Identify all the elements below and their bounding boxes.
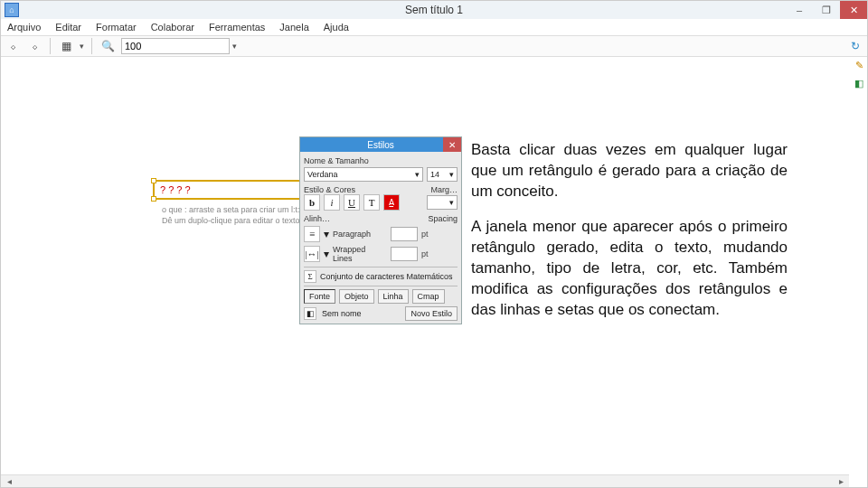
dialog-title-bar[interactable]: Estilos ✕: [300, 137, 461, 152]
italic-button[interactable]: i: [324, 194, 340, 211]
section-name-size: Nome & Tamanho: [304, 156, 458, 165]
close-button[interactable]: ✕: [840, 1, 867, 19]
menu-formatar[interactable]: Formatar: [93, 21, 139, 33]
highlight-button[interactable]: A̲: [383, 194, 400, 211]
app-window: ⌂ Sem título 1 – ❐ ✕ Arquivo Editar Form…: [0, 0, 868, 488]
tab-linha[interactable]: Linha: [378, 289, 409, 304]
window-title: Sem título 1: [1, 4, 867, 16]
toolbar: ⬦ ⬦ ▦ ▾ 🔍 ▾ ↻: [1, 35, 867, 57]
menu-bar: Arquivo Editar Formatar Colaborar Ferram…: [1, 19, 867, 35]
resize-handle[interactable]: [151, 196, 156, 202]
font-value: Verdana: [307, 170, 338, 179]
menu-arquivo[interactable]: Arquivo: [5, 21, 43, 33]
chevron-down-icon[interactable]: ▾: [232, 42, 237, 51]
concept-text: ? ? ? ?: [160, 184, 191, 195]
section-style-color: Estilo & Cores: [304, 185, 355, 194]
menu-colaborar[interactable]: Colaborar: [148, 21, 197, 33]
refresh-button[interactable]: ↻: [847, 38, 863, 54]
math-charset-label: Conjunto de caracteres Matemáticos: [320, 272, 453, 281]
select-tool-button[interactable]: ▦: [58, 38, 74, 54]
menu-ajuda[interactable]: Ajuda: [321, 21, 352, 33]
canvas[interactable]: ? ? ? ? o que : arraste a seta para cria…: [1, 57, 849, 474]
section-spacing: Spacing: [428, 214, 458, 223]
tab-fonte[interactable]: Fonte: [304, 289, 335, 304]
bold-button[interactable]: b: [304, 194, 320, 211]
menu-ferramentas[interactable]: Ferramentas: [206, 21, 268, 33]
align-left-button[interactable]: ≡: [304, 226, 320, 242]
horizontal-scrollbar[interactable]: ◂ ▸: [1, 474, 849, 487]
nav-forward-button[interactable]: ⬦: [26, 38, 42, 54]
vertical-scrollbar[interactable]: [849, 57, 867, 474]
style-name-label: Sem nome: [322, 309, 362, 318]
minimize-button[interactable]: –: [786, 1, 813, 19]
instruction-text: Basta clicar duas vezes em qualquer luga…: [471, 140, 788, 335]
unit-label: pt: [421, 230, 429, 239]
text-color-button[interactable]: T: [363, 194, 380, 211]
zoom-combo[interactable]: ▾: [121, 38, 237, 54]
resize-handle[interactable]: [151, 178, 156, 183]
dialog-title: Estilos: [367, 140, 393, 150]
math-charset-button[interactable]: Σ: [304, 270, 316, 283]
styles-dialog[interactable]: Estilos ✕ Nome & Tamanho Verdana▾ 14▾ Es…: [299, 136, 462, 324]
tab-cmap[interactable]: Cmap: [412, 289, 445, 304]
paragraph-label: Paragraph: [333, 230, 387, 239]
margin-select[interactable]: ▾: [427, 195, 458, 210]
menu-janela[interactable]: Janela: [277, 21, 311, 33]
wrapped-input[interactable]: [391, 247, 418, 261]
zoom-input[interactable]: [121, 38, 230, 54]
size-value: 14: [430, 170, 439, 179]
style-chip-button[interactable]: ◧: [304, 307, 316, 320]
dialog-body: Nome & Tamanho Verdana▾ 14▾ Estilo & Cor…: [300, 152, 461, 324]
nav-back-button[interactable]: ⬦: [5, 38, 21, 54]
unit-label: pt: [421, 249, 429, 258]
separator: [50, 38, 51, 54]
wrapped-label: Wrapped Lines: [333, 245, 387, 263]
app-icon: ⌂: [5, 3, 19, 17]
tab-objeto[interactable]: Objeto: [339, 289, 374, 304]
title-bar: ⌂ Sem título 1 – ❐ ✕: [1, 1, 867, 19]
new-style-button[interactable]: Novo Estilo: [405, 306, 458, 321]
paragraph: A janela menor que aparecer após o prime…: [471, 217, 788, 321]
section-align: Alinh…: [304, 214, 330, 223]
font-size-select[interactable]: 14▾: [427, 167, 458, 182]
zoom-icon[interactable]: 🔍: [99, 38, 116, 54]
font-select[interactable]: Verdana▾: [304, 167, 423, 182]
paragraph-input[interactable]: [391, 227, 418, 241]
underline-button[interactable]: U: [344, 194, 360, 211]
scroll-right-arrow-icon[interactable]: ▸: [835, 476, 847, 487]
wrap-button[interactable]: |↔|: [304, 246, 320, 262]
paragraph: Basta clicar duas vezes em qualquer luga…: [471, 140, 788, 202]
scroll-left-arrow-icon[interactable]: ◂: [3, 476, 15, 487]
window-buttons: – ❐ ✕: [786, 1, 867, 19]
separator: [91, 38, 92, 54]
maximize-button[interactable]: ❐: [813, 1, 840, 19]
dialog-close-button[interactable]: ✕: [443, 137, 461, 152]
section-margin: Marg…: [430, 185, 458, 194]
chevron-down-icon[interactable]: ▾: [80, 42, 84, 51]
menu-editar[interactable]: Editar: [52, 21, 84, 33]
